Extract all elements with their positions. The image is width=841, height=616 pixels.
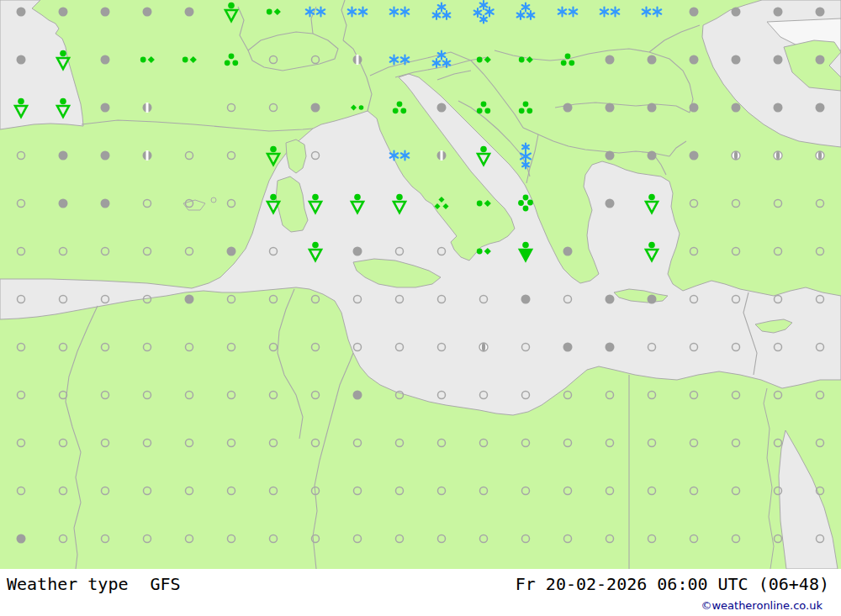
wx-symbol-overcast-filled-gray-dot [563,247,573,256]
copyright-link[interactable]: ©weatheronline.co.uk [701,599,822,612]
wx-symbol-half-cloudy-open-circle-gray-bar [774,151,782,160]
wx-symbol-overcast-filled-gray-dot [732,55,741,65]
wx-symbol-overcast-filled-gray-dot [690,103,699,113]
wx-symbol-overcast-filled-gray-dot [690,8,699,17]
wx-symbol-overcast-filled-gray-dot [606,151,615,161]
wx-symbol-overcast-filled-gray-dot [606,343,615,352]
wx-symbol-overcast-filled-gray-dot [101,151,110,161]
map-area [0,0,841,569]
wx-symbol-overcast-filled-gray-dot [101,55,110,65]
wx-symbol-overcast-filled-gray-dot [732,103,741,113]
wx-symbol-overcast-filled-gray-dot [816,103,825,113]
valid-datetime: Fr 20-02-2026 06:00 UTC (06+48) [516,574,829,594]
wx-symbol-overcast-filled-gray-dot [437,103,447,113]
wx-symbol-overcast-filled-gray-dot [143,8,152,17]
wx-symbol-half-cloudy-open-circle-gray-bar [479,343,488,351]
wx-symbol-overcast-filled-gray-dot [606,55,615,65]
map-svg [0,0,841,569]
island-corsica [286,140,306,173]
wx-symbol-overcast-filled-gray-dot [774,103,783,113]
wx-symbol-overcast-filled-gray-dot [648,55,657,65]
wx-symbol-half-cloudy-open-circle-gray-bar [732,151,740,160]
wx-symbol-overcast-filled-gray-dot [17,8,26,17]
wx-symbol-overcast-filled-gray-dot [227,247,236,256]
footer-left-text: Weather typeGFS [7,574,181,594]
wx-symbol-overcast-filled-gray-dot [732,8,741,17]
wx-symbol-overcast-filled-gray-dot [185,295,194,304]
wx-symbol-overcast-filled-gray-dot [59,8,68,17]
wx-symbol-overcast-filled-gray-dot [606,295,615,304]
wx-symbol-overcast-filled-gray-dot [353,247,362,256]
wx-symbol-overcast-filled-gray-dot [690,151,699,161]
wx-symbol-overcast-filled-gray-dot [59,151,68,161]
wx-symbol-overcast-filled-gray-dot [648,295,657,304]
wx-symbol-overcast-filled-gray-dot [101,199,110,208]
wx-symbol-overcast-filled-gray-dot [59,199,68,208]
wx-symbol-overcast-filled-gray-dot [563,343,573,352]
wx-symbol-overcast-filled-gray-dot [353,391,362,400]
model-name: GFS [151,574,181,594]
wx-symbol-overcast-filled-gray-dot [563,103,573,113]
wx-symbol-overcast-filled-gray-dot [648,151,657,161]
map-title: Weather type [7,574,129,594]
wx-symbol-overcast-filled-gray-dot [311,103,320,113]
wx-symbol-overcast-filled-gray-dot [101,103,110,113]
wx-symbol-overcast-filled-gray-dot [17,55,26,65]
island-menorca [211,197,216,203]
wx-symbol-overcast-filled-gray-dot [17,534,26,544]
wx-symbol-overcast-filled-gray-dot [648,103,657,113]
wx-symbol-overcast-filled-gray-dot [774,8,783,17]
wx-symbol-overcast-filled-gray-dot [774,55,783,65]
wx-symbol-overcast-filled-gray-dot [185,8,194,17]
wx-symbol-half-cloudy-open-circle-gray-bar [816,151,824,160]
weather-map-screenshot: Weather typeGFS Fr 20-02-2026 06:00 UTC … [0,0,841,616]
wx-symbol-overcast-filled-gray-dot [606,199,615,208]
footer-bar: Weather typeGFS Fr 20-02-2026 06:00 UTC … [0,569,841,616]
wx-symbol-overcast-filled-gray-dot [521,295,531,304]
wx-symbol-overcast-filled-gray-dot [816,8,825,17]
wx-symbol-overcast-filled-gray-dot [816,55,825,65]
wx-symbol-overcast-filled-gray-dot [606,103,615,113]
wx-symbol-overcast-filled-gray-dot [690,55,699,65]
wx-symbol-overcast-filled-gray-dot [101,8,110,17]
